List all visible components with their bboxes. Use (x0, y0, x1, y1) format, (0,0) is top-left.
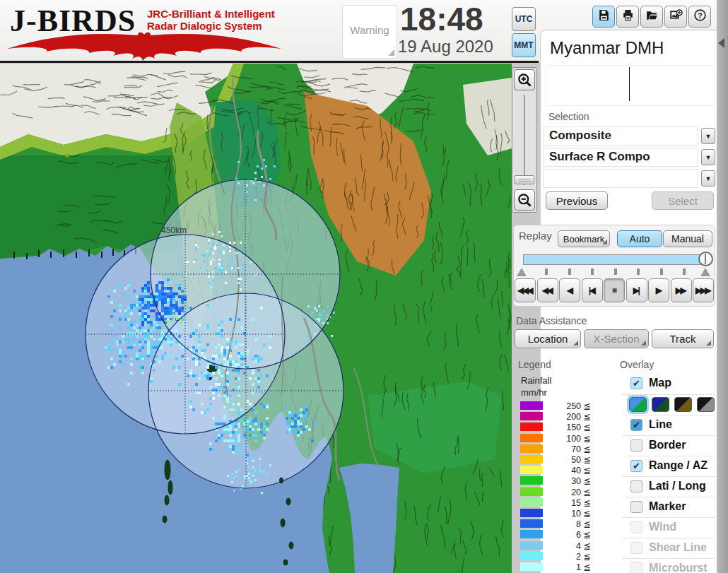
replay-slider-track[interactable] (523, 254, 705, 265)
station-display[interactable] (546, 65, 715, 106)
open-folder-button[interactable] (640, 6, 663, 28)
line-checkbox[interactable]: ✔ (630, 419, 642, 431)
overlay-item-wind[interactable]: Wind (622, 517, 715, 538)
overlay-item-line[interactable]: ✔Line (622, 415, 715, 436)
resize-grip-icon[interactable] (388, 49, 394, 56)
legend-entry: 15 ≦ (520, 497, 598, 508)
svg-text:?: ? (698, 11, 702, 20)
map-style-swatch-3[interactable] (674, 397, 692, 412)
help-button[interactable]: ? (688, 6, 711, 28)
overlay-item-map[interactable]: ✔Map (622, 374, 715, 394)
mmt-button[interactable]: MMT (512, 33, 536, 57)
stop-button[interactable]: ■ (604, 278, 625, 302)
map-style-swatch-2[interactable] (652, 397, 669, 412)
dropdown-arrow-button[interactable]: ▼ (701, 128, 715, 144)
map-style-swatch-1[interactable] (629, 397, 647, 412)
overlay-item-border[interactable]: Border (622, 435, 715, 456)
legend-entry: 20 ≦ (520, 487, 598, 497)
utc-button[interactable]: UTC (512, 7, 536, 31)
forward-fast-button[interactable]: ▶▶▶ (693, 278, 714, 302)
manual-button[interactable]: Manual (663, 230, 712, 247)
legend-value: 30 ≦ (544, 475, 591, 486)
play-button[interactable]: ▶ (648, 278, 669, 302)
menu-corner-icon (706, 341, 711, 345)
help-icon: ? (693, 8, 707, 25)
legend-entry: 70 ≦ (520, 444, 598, 454)
clock-time: 18:48 (400, 0, 483, 38)
legend-entry: 150 ≦ (520, 422, 598, 432)
add-image-button[interactable] (664, 6, 687, 28)
save-button[interactable] (592, 6, 615, 28)
legend-swatch (520, 530, 543, 538)
auto-button[interactable]: Auto (617, 230, 662, 247)
slider-tick (683, 268, 686, 275)
legend-swatch (520, 562, 543, 571)
zoom-in-button[interactable] (514, 69, 535, 90)
dropdown-value-2[interactable]: Surface R Compo (543, 148, 698, 167)
border-checkbox[interactable] (630, 439, 642, 451)
map-style-swatch-4[interactable] (697, 397, 715, 412)
rewind-button[interactable]: ◀◀ (537, 278, 558, 302)
zoom-slider-track[interactable] (524, 95, 525, 185)
warning-panel[interactable]: Warning (342, 5, 397, 59)
x-section-button[interactable]: X-Section (584, 329, 649, 348)
open-folder-icon (645, 8, 659, 25)
overlay-item-shear-line[interactable]: Shear Line (622, 538, 715, 559)
legend-swatch (520, 434, 543, 442)
forward-button[interactable]: ▶▶ (671, 278, 692, 302)
station-caret (629, 67, 630, 101)
microburst-checkbox[interactable] (630, 562, 642, 573)
print-button[interactable] (616, 6, 639, 28)
map-svg: 450km (0, 64, 512, 573)
replay-slider-handle[interactable] (698, 252, 713, 266)
slider-tick (545, 268, 548, 275)
overlay-item-lati-long[interactable]: Lati / Long (622, 476, 715, 497)
zoom-out-button[interactable] (514, 189, 535, 211)
bookmark-button[interactable]: Bookmark (558, 230, 610, 247)
zoom-slider-handle[interactable] (515, 175, 534, 184)
add-image-icon (669, 8, 683, 25)
slider-end-marker[interactable] (700, 268, 710, 276)
legend-entry: 8 ≦ (520, 519, 598, 529)
menu-corner-icon (641, 341, 646, 345)
dropdown-value-1[interactable]: Composite (543, 126, 698, 146)
legend-entry: 30 ≦ (520, 475, 598, 486)
legend-entry: 4 ≦ (520, 540, 598, 551)
legend-value: 200 ≦ (544, 411, 591, 422)
track-button[interactable]: Track (652, 329, 714, 348)
select-button[interactable]: Select (652, 191, 714, 210)
play-back-button[interactable]: ◀ (559, 278, 580, 302)
legend-value: 100 ≦ (544, 433, 591, 444)
previous-button[interactable]: Previous (546, 191, 608, 210)
slider-start-marker[interactable] (517, 268, 527, 276)
overlay-item-microburst[interactable]: Microburst (622, 558, 715, 573)
overlay-item-range-az[interactable]: ✔Range / AZ (622, 456, 715, 477)
overlay-item-label: Shear Line (649, 541, 707, 554)
legend-swatch (520, 541, 543, 550)
legend-swatch (520, 488, 543, 496)
marker-checkbox[interactable] (630, 501, 642, 513)
legend-value: 8 ≦ (544, 519, 591, 529)
range-az-checkbox[interactable]: ✔ (630, 460, 642, 472)
panel-edge-strip[interactable] (717, 0, 728, 573)
map-style-swatches (622, 394, 715, 415)
legend-swatch (520, 444, 543, 453)
radar-map-canvas[interactable]: 450km (0, 64, 512, 573)
location-button[interactable]: Location (515, 329, 581, 348)
step-forward-button[interactable]: ▶| (626, 278, 647, 302)
print-icon (621, 8, 635, 25)
dropdown-arrow-button[interactable]: ▼ (701, 149, 715, 165)
lati-long-checkbox[interactable] (630, 480, 642, 492)
rewind-fast-button[interactable]: ◀◀◀ (515, 278, 536, 302)
wind-checkbox[interactable] (630, 521, 642, 533)
dropdown-arrow-button[interactable]: ▼ (701, 170, 715, 187)
step-back-button[interactable]: |◀ (582, 278, 603, 302)
legend-value: 40 ≦ (544, 465, 591, 475)
shear-line-checkbox[interactable] (630, 542, 642, 554)
header-divider (0, 61, 539, 63)
map-checkbox[interactable]: ✔ (630, 377, 642, 389)
dropdown-value-3[interactable] (543, 169, 698, 188)
legend-swatch (520, 509, 543, 517)
collapse-panel-icon[interactable] (718, 38, 724, 48)
overlay-item-marker[interactable]: Marker (622, 497, 715, 518)
